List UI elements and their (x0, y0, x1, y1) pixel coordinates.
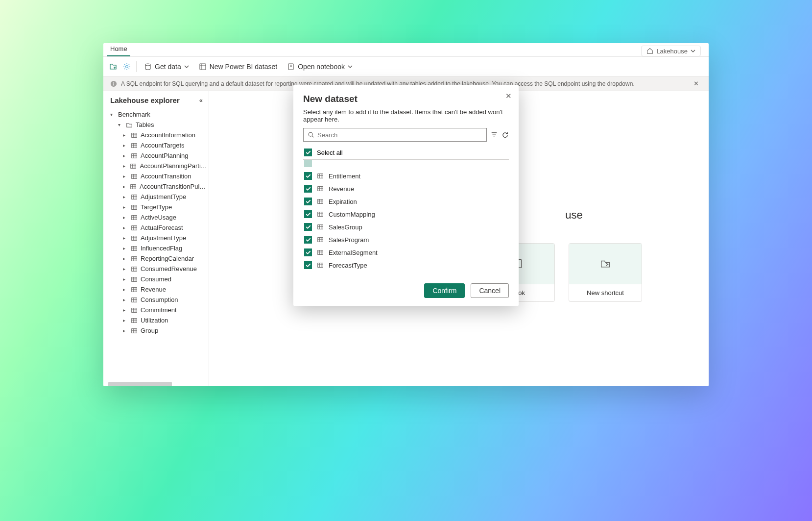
svg-point-0 (126, 65, 128, 68)
item-checkbox[interactable] (304, 198, 312, 205)
item-label: SalesGroup (329, 223, 362, 231)
check-icon (306, 186, 311, 192)
lakehouse-mode-switcher[interactable]: Lakehouse (641, 46, 701, 56)
toolbar-divider (136, 61, 137, 72)
svg-point-1 (145, 64, 150, 66)
list-item[interactable]: ExternalSegment (303, 246, 509, 259)
gear-icon (123, 63, 131, 71)
item-label: SalesProgram (329, 236, 369, 244)
check-icon (306, 263, 311, 268)
check-icon (306, 237, 311, 243)
dialog-subtitle: Select any item to add it to the dataset… (303, 108, 509, 123)
svg-rect-33 (318, 225, 323, 229)
close-dialog-button[interactable]: ✕ (505, 92, 512, 100)
confirm-button[interactable]: Confirm (424, 283, 465, 298)
item-checkbox[interactable] (304, 185, 312, 193)
dialog-buttons: Confirm Cancel (303, 283, 509, 298)
svg-rect-36 (318, 263, 323, 268)
get-data-button[interactable]: Get data (140, 61, 193, 73)
tab-bar: Home Lakehouse (103, 43, 709, 57)
dataset-item-list[interactable]: EntitlementRevenueExpirationCustomMappin… (303, 160, 509, 274)
list-item[interactable] (303, 160, 509, 170)
list-item[interactable]: Entitlement (303, 170, 509, 182)
svg-rect-6 (113, 82, 114, 82)
database-icon (144, 63, 152, 71)
toolbar: Get data New Power BI dataset Open noteb… (103, 57, 709, 76)
new-powerbi-dataset-button[interactable]: New Power BI dataset (195, 61, 282, 73)
new-dataset-label: New Power BI dataset (210, 63, 278, 71)
item-label: ExternalSegment (329, 249, 378, 256)
item-checkbox[interactable] (304, 223, 312, 231)
table-icon (317, 211, 324, 218)
search-row (303, 128, 509, 142)
item-checkbox[interactable] (304, 261, 312, 269)
dataset-icon (199, 63, 207, 71)
item-label: CustomMapping (329, 211, 375, 218)
table-icon (317, 262, 324, 269)
search-box[interactable] (303, 128, 487, 142)
select-all-row[interactable]: Select all (303, 146, 509, 160)
check-icon (306, 212, 311, 217)
select-all-label: Select all (317, 149, 343, 156)
check-icon (306, 174, 311, 179)
svg-rect-34 (318, 238, 323, 242)
item-checkbox[interactable] (304, 160, 312, 167)
item-checkbox[interactable] (304, 172, 312, 180)
check-icon (306, 250, 311, 255)
open-notebook-label: Open notebook (298, 63, 345, 71)
select-all-checkbox[interactable] (304, 149, 312, 156)
chevron-down-icon (348, 64, 353, 69)
table-icon (317, 249, 324, 256)
open-notebook-button[interactable]: Open notebook (283, 61, 357, 73)
filter-button[interactable] (491, 131, 498, 138)
get-data-label: Get data (155, 63, 181, 71)
notebook-icon (287, 63, 295, 71)
list-item[interactable]: Revenue (303, 182, 509, 195)
refresh-button[interactable] (502, 131, 509, 139)
folder-plus-icon (109, 63, 117, 71)
item-checkbox[interactable] (304, 236, 312, 244)
table-icon (317, 173, 324, 179)
svg-rect-35 (318, 250, 323, 255)
search-input[interactable] (317, 131, 482, 139)
item-label: Revenue (329, 185, 354, 193)
check-icon (306, 199, 311, 204)
search-icon (308, 131, 314, 138)
svg-rect-29 (318, 174, 323, 178)
item-label: Expiration (329, 198, 357, 205)
table-icon (317, 185, 324, 192)
cancel-button[interactable]: Cancel (471, 283, 509, 298)
dialog-title: New dataset (303, 94, 509, 104)
list-item[interactable]: Expiration (303, 195, 509, 208)
list-item[interactable]: CustomMapping (303, 208, 509, 221)
chevron-down-icon (184, 64, 189, 69)
item-checkbox[interactable] (304, 248, 312, 256)
table-icon (317, 198, 324, 205)
chevron-down-icon (691, 49, 695, 53)
home-icon (646, 48, 653, 54)
svg-rect-32 (318, 212, 323, 217)
settings-button[interactable] (121, 61, 133, 73)
list-item[interactable]: SalesProgram (303, 233, 509, 246)
new-folder-button[interactable] (107, 61, 119, 73)
mode-label: Lakehouse (656, 48, 688, 55)
table-icon (317, 236, 324, 243)
check-icon (306, 224, 311, 230)
svg-rect-2 (200, 64, 206, 70)
list-item[interactable]: ForecastType (303, 259, 509, 272)
dialog-layer: ✕ New dataset Select any item to add it … (103, 85, 709, 386)
item-checkbox[interactable] (304, 210, 312, 218)
svg-rect-31 (318, 199, 323, 204)
svg-rect-30 (318, 187, 323, 191)
app-window: Home Lakehouse Get data New Power BI dat… (103, 43, 709, 386)
list-item[interactable]: SalesGroup (303, 221, 509, 233)
check-icon (306, 150, 311, 155)
item-label: ForecastType (329, 262, 367, 269)
item-label: Entitlement (329, 173, 360, 180)
table-icon (317, 223, 324, 230)
new-dataset-dialog: ✕ New dataset Select any item to add it … (293, 85, 519, 306)
tab-home[interactable]: Home (107, 43, 130, 56)
svg-point-28 (309, 132, 312, 136)
